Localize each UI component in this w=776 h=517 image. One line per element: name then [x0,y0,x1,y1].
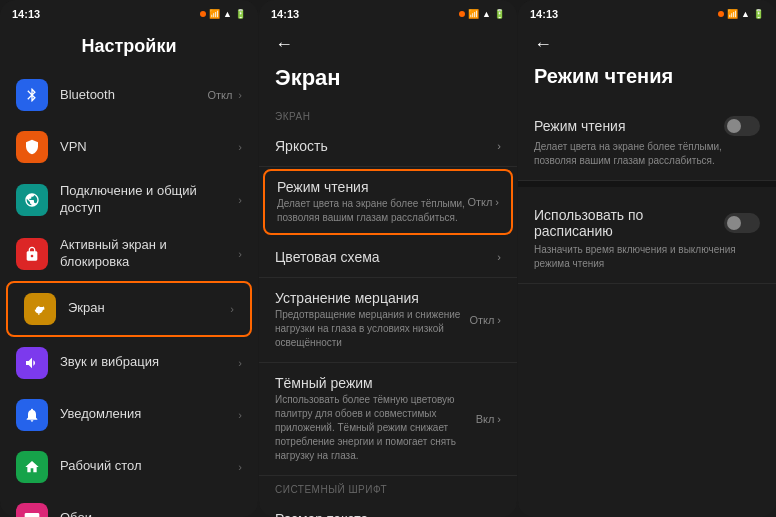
settings-item-active-screen[interactable]: Активный экран и блокировка › [0,227,258,281]
status-icons-1: 📶 ▲ 🔋 [200,9,246,19]
status-icons-3: 📶 ▲ 🔋 [718,9,764,19]
settings-screen: 14:13 📶 ▲ 🔋 Настройки Bluetooth Откл › [0,0,258,517]
flicker-value: Откл [469,314,494,326]
bluetooth-text: Bluetooth [60,87,207,104]
schedule-switch[interactable] [724,213,760,233]
connection-arrow: › [238,194,242,206]
reading-mode-switch[interactable] [724,116,760,136]
notifications-label: Уведомления [60,406,238,423]
menu-item-text-size[interactable]: Размер текста › [259,499,517,517]
time-1: 14:13 [12,8,40,20]
schedule-toggle-desc: Назначить время включения и выключения р… [534,243,760,271]
reading-mode-arrow: › [495,196,499,208]
signal-icon-2: 📶 [468,9,479,19]
back-button-3[interactable]: ← [534,34,552,55]
schedule-toggle-label: Использовать по расписанию [534,207,704,239]
dark-mode-title: Тёмный режим [275,375,476,391]
notification-dot-3 [718,11,724,17]
settings-item-notifications[interactable]: Уведомления › [0,389,258,441]
settings-item-screen[interactable]: Экран › [6,281,252,337]
display-topbar: ← [259,28,517,65]
vpn-label: VPN [60,139,238,156]
desktop-arrow: › [238,461,242,473]
brightness-content: Яркость [275,138,497,154]
flicker-right: Откл › [469,314,501,326]
display-title: Экран [259,65,517,103]
bluetooth-label: Bluetooth [60,87,207,104]
active-screen-icon [16,238,48,270]
settings-item-connection[interactable]: Подключение и общий доступ › [0,173,258,227]
dark-mode-value: Вкл [476,413,495,425]
connection-icon [16,184,48,216]
reading-mode-value: Откл [467,196,492,208]
desktop-icon [16,451,48,483]
wallpaper-icon [16,503,48,517]
bluetooth-arrow: › [238,89,242,101]
status-icons-2: 📶 ▲ 🔋 [459,9,505,19]
section-header-font: СИСТЕМНЫЙ ШРИФТ [259,476,517,499]
reading-mode-knob [727,119,741,133]
brightness-right: › [497,140,501,152]
vpn-icon [16,131,48,163]
dark-mode-right: Вкл › [476,413,501,425]
settings-title: Настройки [0,28,258,69]
notifications-arrow: › [238,409,242,421]
sound-label: Звук и вибрация [60,354,238,371]
flicker-title: Устранение мерцания [275,290,469,306]
settings-item-wallpaper[interactable]: Обои › [0,493,258,517]
vpn-arrow: › [238,141,242,153]
battery-icon-3: 🔋 [753,9,764,19]
active-screen-arrow: › [238,248,242,260]
status-bar-1: 14:13 📶 ▲ 🔋 [0,0,258,28]
status-bar-2: 14:13 📶 ▲ 🔋 [259,0,517,28]
screen-label: Экран [68,300,230,317]
color-scheme-content: Цветовая схема [275,249,497,265]
settings-item-desktop[interactable]: Рабочий стол › [0,441,258,493]
back-button-2[interactable]: ← [275,34,293,55]
menu-item-dark-mode[interactable]: Тёмный режим Использовать более тёмную ц… [259,363,517,476]
menu-item-reading-mode[interactable]: Режим чтения Делает цвета на экране боле… [263,169,513,235]
text-size-right: › [497,513,501,517]
vpn-text: VPN [60,139,238,156]
sound-right: › [238,357,242,369]
sound-arrow: › [238,357,242,369]
reading-mode-toggle-header: Режим чтения [534,116,760,136]
settings-item-bluetooth[interactable]: Bluetooth Откл › [0,69,258,121]
screen-right: › [230,303,234,315]
screen-icon [24,293,56,325]
notification-dot-2 [459,11,465,17]
vpn-right: › [238,141,242,153]
desktop-right: › [238,461,242,473]
screen3-divider [518,181,776,187]
sound-text: Звук и вибрация [60,354,238,371]
section-header-screen: ЭКРАН [259,103,517,126]
wallpaper-text: Обои [60,510,238,517]
connection-label: Подключение и общий доступ [60,183,238,217]
schedule-toggle-item: Использовать по расписанию Назначить вре… [518,195,776,284]
display-screen: 14:13 📶 ▲ 🔋 ← Экран ЭКРАН Яркость › Режи… [259,0,517,517]
reading-mode-title: Режим чтения [277,179,467,195]
desktop-label: Рабочий стол [60,458,238,475]
notifications-right: › [238,409,242,421]
color-scheme-title: Цветовая схема [275,249,497,265]
reading-mode-right: Откл › [467,196,499,208]
signal-icon-1: 📶 [209,9,220,19]
wifi-icon-3: ▲ [741,9,750,19]
settings-item-vpn[interactable]: VPN › [0,121,258,173]
connection-right: › [238,194,242,206]
screen-arrow: › [230,303,234,315]
notifications-text: Уведомления [60,406,238,423]
menu-item-flicker[interactable]: Устранение мерцания Предотвращение мерца… [259,278,517,363]
schedule-toggle-header: Использовать по расписанию [534,207,760,239]
reading-mode-toggle-label: Режим чтения [534,118,626,134]
menu-item-color-scheme[interactable]: Цветовая схема › [259,237,517,278]
color-scheme-right: › [497,251,501,263]
schedule-knob [727,216,741,230]
time-3: 14:13 [530,8,558,20]
text-size-arrow: › [497,513,501,517]
desktop-text: Рабочий стол [60,458,238,475]
settings-item-sound[interactable]: Звук и вибрация › [0,337,258,389]
wifi-icon-2: ▲ [482,9,491,19]
reading-mode-topbar: ← [518,28,776,65]
menu-item-brightness[interactable]: Яркость › [259,126,517,167]
